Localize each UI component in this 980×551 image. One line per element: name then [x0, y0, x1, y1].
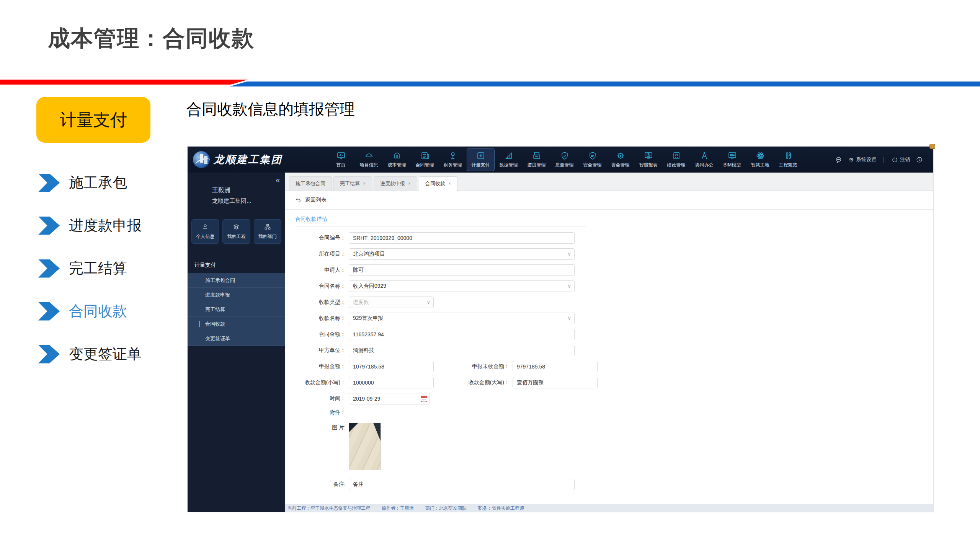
declared-amount-input[interactable] [349, 361, 434, 372]
topnav-item-project[interactable]: 项目信息 [355, 148, 383, 171]
remark-input[interactable] [349, 479, 575, 490]
svg-text:BIM: BIM [730, 153, 735, 156]
back-to-list-button[interactable]: 返回列表 [305, 197, 327, 204]
topnav-item-funds[interactable]: 资金管理 [606, 148, 634, 171]
status-role: 职务：软件实施工程师 [478, 505, 524, 512]
form-row-remark: 备注: [295, 479, 933, 490]
payment-name-select[interactable]: 929首次申报 ∨ [349, 313, 575, 324]
quick-button-org[interactable]: 我的部门 [254, 219, 281, 244]
chevron-down-icon: ∨ [567, 251, 571, 257]
contract-amount-input[interactable] [349, 329, 575, 340]
topnav-item-office[interactable]: 协同办公 [690, 148, 718, 171]
bullet-label: 完工结算 [69, 259, 127, 278]
topnav-item-site[interactable]: 智慧工地 [746, 148, 774, 171]
date-input[interactable] [349, 393, 430, 404]
back-undo-icon[interactable] [295, 197, 301, 203]
company-logo-text: 龙顺建工集团 [214, 153, 283, 166]
back-toolbar: 返回列表 [285, 191, 933, 210]
funds-icon [616, 151, 625, 160]
topnav-item-performance[interactable]: 绩效管理 [662, 148, 690, 171]
collapse-panel-icon[interactable]: « [276, 176, 280, 184]
company-logo-icon [193, 151, 210, 168]
panel-section-label: 计量支付 [194, 262, 285, 269]
amount-lower-input[interactable] [349, 377, 434, 388]
topnav-item-progress[interactable]: 进度管理 [523, 148, 550, 171]
office-icon [700, 151, 709, 160]
submenu-item-2[interactable]: 进度款申报 [188, 288, 285, 302]
applicant-input[interactable] [349, 264, 575, 276]
header-divider: │ [882, 157, 885, 163]
topnav-item-contract[interactable]: 合同管理 [411, 148, 439, 171]
messages-icon[interactable] [835, 156, 842, 163]
panel-divider [193, 253, 280, 253]
topnav-item-home[interactable]: 首页 [327, 148, 355, 171]
app-screenshot: 龙顺建工集团 首页项目信息成本管理合同管理财务管理计量支付数据管理进度管理质量管… [188, 147, 933, 512]
status-department: 部门：北京研发团队 [425, 505, 467, 512]
tab-1[interactable]: 施工承包合同 [289, 176, 332, 190]
topnav-item-standard[interactable]: 工程规范 [774, 148, 802, 171]
standard-icon [784, 151, 793, 160]
form-row-project: 所在项目： 北京鸿游项目 ∨ [295, 248, 933, 260]
form-row-picture: 图 片: [295, 423, 933, 470]
contract-no-input[interactable] [349, 232, 575, 244]
payment-type-select: 进度款 ∨ [349, 297, 434, 308]
left-panel: « 王毅洲 龙顺建工集团... 个人信息我的工程我的部门 计量支付 施工承包合同… [188, 173, 285, 512]
topnav-item-cost[interactable]: 成本管理 [383, 148, 411, 171]
topnav-item-report[interactable]: 智能报表 [634, 148, 662, 171]
tab-2[interactable]: 完工结算× [333, 176, 372, 190]
topnav-item-quality[interactable]: 质量管理 [550, 148, 578, 171]
system-settings-button[interactable]: 系统设置 [848, 156, 876, 163]
declared-unpaid-input[interactable] [513, 361, 598, 372]
topnav-item-bim[interactable]: BIMBIM模型 [718, 148, 746, 171]
bullet-item-4: 合同收款 [38, 302, 142, 321]
form-section-title: 合同收款详情 [295, 216, 933, 223]
submenu-item-5[interactable]: 变更签证单 [188, 331, 285, 346]
party-a-input[interactable] [349, 345, 575, 356]
org-icon [264, 223, 271, 231]
title-divider [0, 80, 980, 86]
info-icon[interactable] [916, 156, 923, 163]
topnav-item-data[interactable]: 数据管理 [495, 148, 523, 171]
bullet-label: 合同收款 [69, 302, 127, 321]
chevron-arrow-icon [38, 302, 60, 321]
close-icon[interactable]: × [448, 181, 451, 186]
report-icon [644, 151, 653, 160]
chevron-arrow-icon [38, 345, 60, 364]
chevron-down-icon: ∨ [567, 315, 571, 321]
amount-upper-input[interactable] [513, 377, 598, 388]
bullet-label: 进度款申报 [69, 216, 142, 235]
topnav-item-safety[interactable]: 安全管理 [578, 148, 606, 171]
divider-blue-bar [230, 82, 980, 86]
quick-button-layers[interactable]: 我的工程 [222, 219, 250, 244]
status-current-project: 当前工程：查干湖水生态修复与治理工程 [287, 505, 370, 512]
calendar-icon[interactable] [421, 396, 427, 402]
home-icon [336, 151, 346, 160]
logout-button[interactable]: 注销 [892, 156, 910, 163]
contract-icon [420, 151, 430, 160]
quick-button-person[interactable]: 个人信息 [191, 219, 219, 244]
finance-icon [448, 151, 457, 160]
status-operator: 操作者：王毅洲 [382, 505, 414, 512]
topnav-item-finance[interactable]: 财务管理 [439, 148, 467, 171]
safety-icon [588, 151, 597, 160]
tab-3[interactable]: 进度款申报× [374, 176, 417, 190]
layers-icon [233, 223, 240, 231]
submenu-item-1[interactable]: 施工承包合同 [188, 273, 285, 288]
payment-icon [476, 151, 485, 160]
bullet-label: 施工承包 [69, 173, 127, 192]
tab-4[interactable]: 合同收款× [419, 176, 457, 191]
close-icon[interactable]: × [363, 181, 366, 186]
performance-icon [672, 151, 681, 160]
project-select[interactable]: 北京鸿游项目 ∨ [349, 248, 575, 260]
picture-thumbnail[interactable] [349, 423, 381, 470]
topnav-item-payment[interactable]: 计量支付 [467, 148, 495, 171]
submenu-item-4[interactable]: 合同收款 [188, 317, 285, 331]
form-row-declared: 申报金额： 申报未收金额： [295, 361, 933, 372]
submenu-item-3[interactable]: 完工结算 [188, 302, 285, 317]
contract-receipt-form: 合同编号： 所在项目： 北京鸿游项目 ∨ 申请人： 合同名称： 收 [295, 232, 933, 504]
cost-icon [392, 151, 402, 160]
close-icon[interactable]: × [408, 181, 411, 186]
contract-name-select[interactable]: 收入合同0929 ∨ [349, 280, 575, 292]
form-row-payment-name: 收款名称： 929首次申报 ∨ [295, 313, 933, 324]
status-bar: 当前工程：查干湖水生态修复与治理工程 操作者：王毅洲 部门：北京研发团队 职务：… [285, 504, 933, 512]
